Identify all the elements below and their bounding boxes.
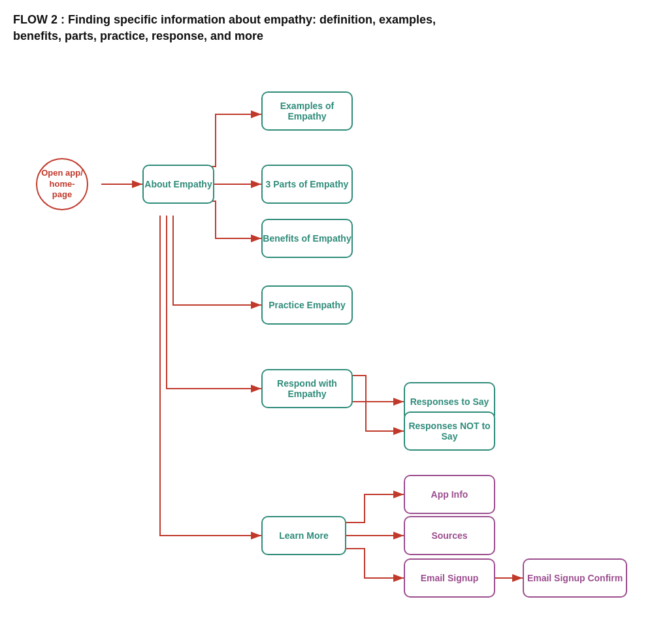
sources-node: Sources <box>404 516 495 555</box>
three-parts-node: 3 Parts of Empathy <box>261 165 353 204</box>
page-title: FLOW 2 : Finding specific information ab… <box>13 12 470 44</box>
email-signup-confirm-node: Email Signup Confirm <box>523 558 627 598</box>
learn-more-node: Learn More <box>261 516 346 555</box>
open-app-node: Open app/ home- page <box>36 158 88 210</box>
responses-not-node: Responses NOT to Say <box>404 411 495 451</box>
email-signup-node: Email Signup <box>404 558 495 598</box>
app-info-node: App Info <box>404 475 495 514</box>
benefits-node: Benefits of Empathy <box>261 219 353 258</box>
about-empathy-node: About Empathy <box>142 165 214 204</box>
examples-node: Examples of Empathy <box>261 91 353 131</box>
practice-node: Practice Empathy <box>261 285 353 325</box>
respond-node: Respond with Empathy <box>261 369 353 408</box>
